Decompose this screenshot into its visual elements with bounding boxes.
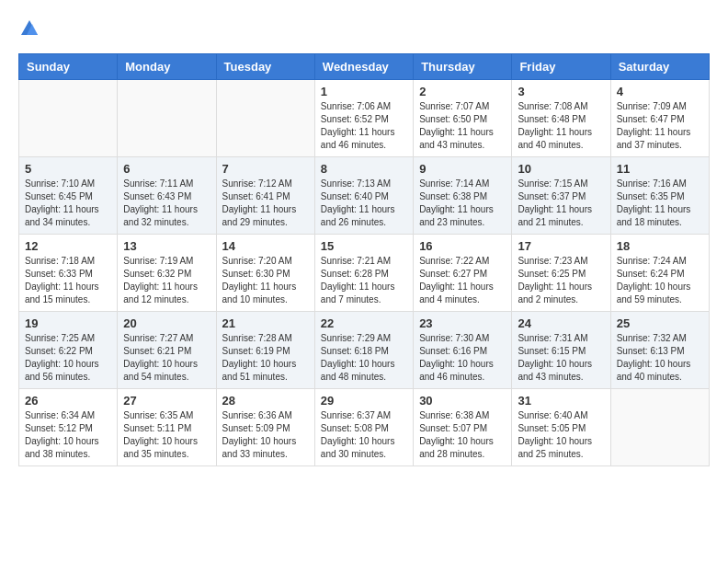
day-info: Sunrise: 7:07 AMSunset: 6:50 PMDaylight:… xyxy=(419,100,506,152)
weekday-header-sunday: Sunday xyxy=(19,54,118,80)
day-number: 21 xyxy=(222,316,309,330)
calendar-week-row: 12Sunrise: 7:18 AMSunset: 6:33 PMDayligh… xyxy=(19,235,710,312)
day-number: 18 xyxy=(617,239,703,253)
day-number: 10 xyxy=(518,162,604,176)
weekday-header-wednesday: Wednesday xyxy=(314,54,413,80)
day-info: Sunrise: 7:10 AMSunset: 6:45 PMDaylight:… xyxy=(25,178,111,229)
calendar-cell: 1Sunrise: 7:06 AMSunset: 6:52 PMDaylight… xyxy=(314,80,413,157)
day-info: Sunrise: 7:14 AMSunset: 6:38 PMDaylight:… xyxy=(419,178,506,229)
calendar-cell: 9Sunrise: 7:14 AMSunset: 6:38 PMDaylight… xyxy=(414,157,512,235)
calendar-cell: 11Sunrise: 7:16 AMSunset: 6:35 PMDayligh… xyxy=(610,157,709,235)
day-info: Sunrise: 6:37 AMSunset: 5:08 PMDaylight:… xyxy=(321,409,407,461)
day-info: Sunrise: 7:25 AMSunset: 6:22 PMDaylight:… xyxy=(25,332,111,384)
day-number: 5 xyxy=(25,162,111,176)
day-number: 12 xyxy=(25,239,111,253)
calendar-cell: 5Sunrise: 7:10 AMSunset: 6:45 PMDaylight… xyxy=(19,157,118,235)
day-number: 20 xyxy=(123,316,210,330)
day-info: Sunrise: 7:18 AMSunset: 6:33 PMDaylight:… xyxy=(25,255,111,306)
calendar-cell: 12Sunrise: 7:18 AMSunset: 6:33 PMDayligh… xyxy=(19,235,118,312)
weekday-header-row: SundayMondayTuesdayWednesdayThursdayFrid… xyxy=(19,54,710,80)
calendar-cell xyxy=(19,80,118,157)
day-info: Sunrise: 7:28 AMSunset: 6:19 PMDaylight:… xyxy=(222,332,309,384)
day-number: 28 xyxy=(222,394,309,408)
calendar-cell: 20Sunrise: 7:27 AMSunset: 6:21 PMDayligh… xyxy=(118,312,216,389)
day-number: 23 xyxy=(419,316,506,330)
weekday-header-friday: Friday xyxy=(512,54,610,80)
calendar-cell: 15Sunrise: 7:21 AMSunset: 6:28 PMDayligh… xyxy=(314,235,413,312)
day-number: 1 xyxy=(321,85,407,98)
day-number: 29 xyxy=(321,394,407,408)
calendar-cell: 22Sunrise: 7:29 AMSunset: 6:18 PMDayligh… xyxy=(314,312,413,389)
calendar-cell: 25Sunrise: 7:32 AMSunset: 6:13 PMDayligh… xyxy=(610,312,709,389)
day-number: 25 xyxy=(617,316,703,330)
day-info: Sunrise: 7:23 AMSunset: 6:25 PMDaylight:… xyxy=(518,255,604,306)
calendar-cell xyxy=(118,80,216,157)
day-number: 4 xyxy=(617,85,703,98)
calendar-cell xyxy=(610,389,709,466)
day-info: Sunrise: 7:22 AMSunset: 6:27 PMDaylight:… xyxy=(419,255,506,306)
day-number: 15 xyxy=(321,239,407,253)
day-number: 9 xyxy=(419,162,506,176)
calendar-cell: 4Sunrise: 7:09 AMSunset: 6:47 PMDaylight… xyxy=(610,80,709,157)
calendar-cell: 8Sunrise: 7:13 AMSunset: 6:40 PMDaylight… xyxy=(314,157,413,235)
day-info: Sunrise: 7:09 AMSunset: 6:47 PMDaylight:… xyxy=(617,100,703,152)
calendar-cell: 28Sunrise: 6:36 AMSunset: 5:09 PMDayligh… xyxy=(216,389,314,466)
calendar-cell: 26Sunrise: 6:34 AMSunset: 5:12 PMDayligh… xyxy=(19,389,118,466)
logo-icon xyxy=(19,18,40,39)
calendar-cell: 27Sunrise: 6:35 AMSunset: 5:11 PMDayligh… xyxy=(118,389,216,466)
day-number: 6 xyxy=(123,162,210,176)
calendar-cell: 3Sunrise: 7:08 AMSunset: 6:48 PMDaylight… xyxy=(512,80,610,157)
day-info: Sunrise: 7:24 AMSunset: 6:24 PMDaylight:… xyxy=(617,255,703,306)
calendar-cell: 10Sunrise: 7:15 AMSunset: 6:37 PMDayligh… xyxy=(512,157,610,235)
calendar-cell: 14Sunrise: 7:20 AMSunset: 6:30 PMDayligh… xyxy=(216,235,314,312)
calendar-cell: 24Sunrise: 7:31 AMSunset: 6:15 PMDayligh… xyxy=(512,312,610,389)
day-number: 24 xyxy=(518,316,604,330)
calendar-cell: 30Sunrise: 6:38 AMSunset: 5:07 PMDayligh… xyxy=(414,389,512,466)
day-info: Sunrise: 6:40 AMSunset: 5:05 PMDaylight:… xyxy=(518,409,604,461)
calendar-cell: 2Sunrise: 7:07 AMSunset: 6:50 PMDaylight… xyxy=(414,80,512,157)
day-number: 13 xyxy=(123,239,210,253)
day-info: Sunrise: 7:27 AMSunset: 6:21 PMDaylight:… xyxy=(123,332,210,384)
day-number: 30 xyxy=(419,394,506,408)
calendar-cell: 7Sunrise: 7:12 AMSunset: 6:41 PMDaylight… xyxy=(216,157,314,235)
weekday-header-saturday: Saturday xyxy=(610,54,709,80)
day-number: 26 xyxy=(25,394,111,408)
day-info: Sunrise: 7:15 AMSunset: 6:37 PMDaylight:… xyxy=(518,178,604,229)
day-number: 11 xyxy=(617,162,703,176)
day-info: Sunrise: 7:30 AMSunset: 6:16 PMDaylight:… xyxy=(419,332,506,384)
day-number: 31 xyxy=(518,394,604,408)
day-info: Sunrise: 7:08 AMSunset: 6:48 PMDaylight:… xyxy=(518,100,604,152)
page-header xyxy=(18,18,710,39)
day-number: 16 xyxy=(419,239,506,253)
calendar-cell: 23Sunrise: 7:30 AMSunset: 6:16 PMDayligh… xyxy=(414,312,512,389)
calendar-week-row: 1Sunrise: 7:06 AMSunset: 6:52 PMDaylight… xyxy=(19,80,710,157)
calendar-week-row: 26Sunrise: 6:34 AMSunset: 5:12 PMDayligh… xyxy=(19,389,710,466)
day-info: Sunrise: 6:35 AMSunset: 5:11 PMDaylight:… xyxy=(123,409,210,461)
day-info: Sunrise: 7:31 AMSunset: 6:15 PMDaylight:… xyxy=(518,332,604,384)
day-info: Sunrise: 7:29 AMSunset: 6:18 PMDaylight:… xyxy=(321,332,407,384)
calendar-cell: 18Sunrise: 7:24 AMSunset: 6:24 PMDayligh… xyxy=(610,235,709,312)
day-number: 3 xyxy=(518,85,604,98)
logo xyxy=(18,18,44,39)
day-info: Sunrise: 6:36 AMSunset: 5:09 PMDaylight:… xyxy=(222,409,309,461)
day-info: Sunrise: 7:11 AMSunset: 6:43 PMDaylight:… xyxy=(123,178,210,229)
day-number: 14 xyxy=(222,239,309,253)
day-info: Sunrise: 6:38 AMSunset: 5:07 PMDaylight:… xyxy=(419,409,506,461)
day-number: 19 xyxy=(25,316,111,330)
weekday-header-tuesday: Tuesday xyxy=(216,54,314,80)
day-number: 8 xyxy=(321,162,407,176)
calendar-cell: 29Sunrise: 6:37 AMSunset: 5:08 PMDayligh… xyxy=(314,389,413,466)
calendar-cell: 31Sunrise: 6:40 AMSunset: 5:05 PMDayligh… xyxy=(512,389,610,466)
calendar-table: SundayMondayTuesdayWednesdayThursdayFrid… xyxy=(18,53,710,466)
day-info: Sunrise: 7:19 AMSunset: 6:32 PMDaylight:… xyxy=(123,255,210,306)
calendar-cell xyxy=(216,80,314,157)
calendar-week-row: 19Sunrise: 7:25 AMSunset: 6:22 PMDayligh… xyxy=(19,312,710,389)
weekday-header-monday: Monday xyxy=(118,54,216,80)
day-info: Sunrise: 7:20 AMSunset: 6:30 PMDaylight:… xyxy=(222,255,309,306)
calendar-cell: 17Sunrise: 7:23 AMSunset: 6:25 PMDayligh… xyxy=(512,235,610,312)
day-info: Sunrise: 7:12 AMSunset: 6:41 PMDaylight:… xyxy=(222,178,309,229)
weekday-header-thursday: Thursday xyxy=(414,54,512,80)
calendar-week-row: 5Sunrise: 7:10 AMSunset: 6:45 PMDaylight… xyxy=(19,157,710,235)
day-info: Sunrise: 7:32 AMSunset: 6:13 PMDaylight:… xyxy=(617,332,703,384)
calendar-cell: 6Sunrise: 7:11 AMSunset: 6:43 PMDaylight… xyxy=(118,157,216,235)
